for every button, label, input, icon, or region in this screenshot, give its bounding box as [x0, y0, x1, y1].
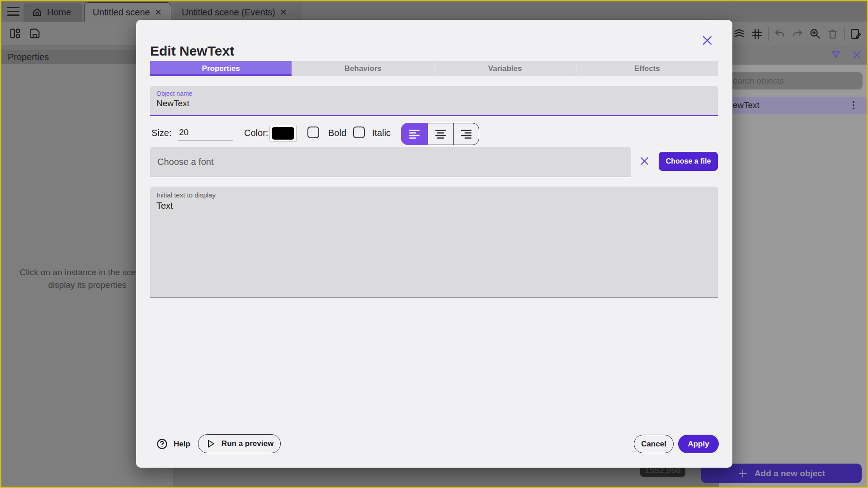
- tab-properties[interactable]: Properties: [150, 61, 292, 76]
- help-button[interactable]: Help: [156, 438, 190, 450]
- bold-checkbox[interactable]: [307, 127, 319, 138]
- dialog-tabs: Properties Behaviors Variables Effects: [150, 61, 718, 76]
- close-icon[interactable]: [155, 9, 162, 16]
- initial-text-field: Initial text to display Text: [150, 187, 718, 298]
- italic-checkbox[interactable]: [353, 127, 365, 138]
- add-new-object-label: Add a new object: [755, 469, 825, 479]
- clear-font-icon[interactable]: [639, 155, 650, 167]
- run-preview-button[interactable]: Run a preview: [198, 434, 281, 453]
- plus-icon: [738, 469, 748, 479]
- tab-home-label: Home: [47, 7, 71, 18]
- run-preview-label: Run a preview: [222, 439, 274, 448]
- size-input[interactable]: [178, 126, 233, 141]
- cancel-label: Cancel: [641, 440, 666, 449]
- object-list-item-newtext[interactable]: NewText: [719, 97, 868, 114]
- hamburger-menu-icon[interactable]: [7, 7, 19, 16]
- save-icon[interactable]: [28, 27, 41, 40]
- align-center-button[interactable]: [428, 123, 453, 145]
- font-field[interactable]: Choose a font: [150, 147, 631, 177]
- text-style-row: Size: Color: Bold Italic: [150, 123, 718, 145]
- editor-tab-bar: Home Untitled scene Untitled scene (Even…: [1, 1, 867, 22]
- grid-icon[interactable]: [750, 28, 763, 40]
- trash-icon[interactable]: [826, 28, 839, 40]
- close-panel-icon[interactable]: [851, 49, 863, 61]
- tab-effects[interactable]: Effects: [576, 61, 718, 76]
- search-objects-input[interactable]: [722, 72, 863, 89]
- objects-panel: NewText: [719, 45, 868, 487]
- kebab-menu-icon[interactable]: [849, 100, 858, 110]
- dialog-title: Edit NewText: [150, 43, 234, 59]
- align-left-button[interactable]: [401, 123, 428, 145]
- zoom-in-icon[interactable]: [809, 28, 821, 40]
- text-alignment-group: [401, 123, 479, 145]
- apply-button[interactable]: Apply: [678, 435, 719, 453]
- tab-untitled-scene-events[interactable]: Untitled scene (Events): [174, 3, 302, 22]
- font-field-placeholder: Choose a font: [157, 157, 214, 167]
- italic-label: Italic: [372, 128, 391, 138]
- tab-events-label: Untitled scene (Events): [182, 7, 275, 18]
- help-icon: [156, 438, 168, 450]
- properties-panel-title: Properties: [8, 52, 49, 62]
- tab-variables[interactable]: Variables: [434, 61, 576, 76]
- choose-file-button[interactable]: Choose a file: [659, 152, 718, 171]
- toggle-panels-icon[interactable]: [9, 27, 21, 40]
- edit-scene-events-icon[interactable]: [849, 28, 862, 40]
- align-right-icon: [461, 128, 472, 140]
- home-icon: [32, 7, 42, 18]
- dialog-footer: Help Run a preview Cancel Apply: [150, 434, 718, 454]
- help-label: Help: [174, 440, 190, 449]
- align-left-icon: [409, 128, 420, 140]
- object-name-field: Object name: [150, 86, 718, 116]
- play-icon: [205, 438, 216, 449]
- object-name-input[interactable]: [156, 99, 712, 108]
- initial-text-input[interactable]: Text: [156, 201, 712, 291]
- bold-label: Bold: [328, 128, 346, 138]
- dialog-close-icon[interactable]: [701, 34, 713, 47]
- app-window: Home Untitled scene Untitled scene (Even…: [0, 0, 868, 488]
- size-label: Size:: [151, 128, 171, 138]
- tab-untitled-scene[interactable]: Untitled scene: [84, 2, 171, 22]
- objects-panel-header: [719, 45, 868, 65]
- tab-home[interactable]: Home: [24, 3, 82, 22]
- close-icon[interactable]: [280, 9, 287, 16]
- initial-text-label: Initial text to display: [156, 191, 712, 199]
- tab-behaviors[interactable]: Behaviors: [292, 61, 434, 76]
- object-name-field-label: Object name: [156, 90, 712, 97]
- align-right-button[interactable]: [453, 123, 479, 145]
- color-label: Color:: [244, 128, 268, 138]
- filter-icon[interactable]: [830, 49, 841, 61]
- undo-icon[interactable]: [774, 28, 786, 40]
- redo-icon[interactable]: [791, 28, 804, 40]
- cancel-button[interactable]: Cancel: [634, 435, 674, 453]
- layers-icon[interactable]: [733, 28, 745, 40]
- align-center-icon: [435, 128, 446, 140]
- tab-scene-label: Untitled scene: [93, 7, 150, 18]
- color-swatch[interactable]: [269, 125, 297, 142]
- edit-object-dialog: Edit NewText Properties Behaviors Variab…: [136, 20, 732, 468]
